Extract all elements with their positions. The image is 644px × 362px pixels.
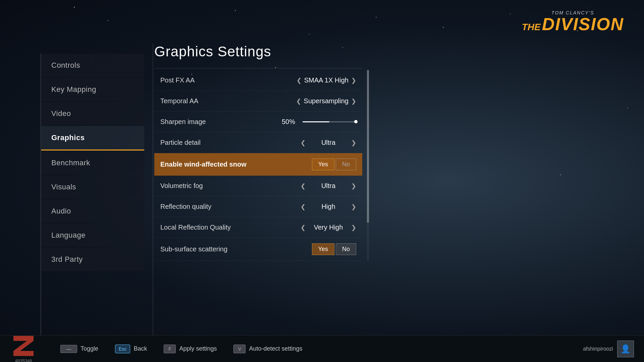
sub-surface-yes-button[interactable]: Yes [312, 243, 334, 255]
wind-snow-control[interactable]: Yes No [312, 159, 356, 170]
back-label: Back [133, 345, 147, 352]
setting-temporal-aa: Temporal AA ❮ Supersampling ❯ [154, 91, 362, 112]
sub-surface-no-button[interactable]: No [336, 243, 356, 255]
autodetect-label: Auto-detect settings [249, 345, 302, 352]
temporal-aa-value: Supersampling [304, 97, 348, 105]
sidebar-item-key-mapping[interactable]: Key Mapping [41, 78, 144, 101]
back-key: Esc [115, 345, 130, 353]
scroll-indicator [367, 70, 369, 261]
the-text: THE [522, 22, 541, 33]
page-title: Graphics Settings [154, 44, 362, 60]
sidebar-item-video[interactable]: Video [41, 102, 144, 125]
sharpen-image-control: 50% [282, 118, 356, 126]
sidebar-item-visuals[interactable]: Visuals [41, 175, 144, 199]
sidebar-item-controls[interactable]: Controls [41, 54, 144, 77]
toggle-label: Toggle [80, 345, 98, 352]
sidebar-item-3rd-party[interactable]: 3rd Party [41, 248, 144, 271]
z-logo-area: 4835348 [10, 334, 37, 362]
z-logo-icon [10, 334, 37, 358]
sidebar-item-audio[interactable]: Audio [41, 199, 144, 223]
sharpen-image-slider[interactable] [303, 121, 356, 122]
settings-list: Post FX AA ❮ SMAA 1X High ❯ Temporal AA … [154, 70, 362, 261]
volumetric-fog-label: Volumetric fog [160, 182, 301, 190]
reflection-quality-right-arrow[interactable]: ❯ [351, 203, 356, 210]
autodetect-key: V [233, 345, 246, 353]
reflection-quality-left-arrow[interactable]: ❮ [301, 203, 306, 210]
particle-detail-label: Particle detail [160, 139, 301, 146]
temporal-aa-label: Temporal AA [160, 97, 296, 105]
particle-detail-control[interactable]: ❮ Ultra ❯ [301, 139, 356, 146]
user-info: afshinpiroozi 👤 [583, 341, 634, 357]
setting-local-reflection-quality: Local Reflection Quality ❮ Very High ❯ [154, 217, 362, 238]
temporal-aa-right-arrow[interactable]: ❯ [351, 98, 356, 105]
reflection-quality-label: Reflection quality [160, 203, 301, 210]
sidebar-item-benchmark[interactable]: Benchmark [41, 151, 144, 175]
wind-snow-label: Enable wind-affected snow [160, 161, 312, 168]
local-reflection-quality-left-arrow[interactable]: ❮ [301, 224, 306, 231]
post-fx-aa-left-arrow[interactable]: ❮ [297, 77, 302, 84]
reflection-quality-control[interactable]: ❮ High ❯ [301, 203, 356, 210]
post-fx-aa-right-arrow[interactable]: ❯ [351, 77, 356, 84]
svg-marker-0 [13, 336, 34, 356]
sharpen-image-value: 50% [282, 118, 299, 126]
setting-post-fx-aa: Post FX AA ❮ SMAA 1X High ❯ [154, 70, 362, 91]
setting-sharpen-image: Sharpen image 50% [154, 112, 362, 132]
post-fx-aa-control[interactable]: ❮ SMAA 1X High ❯ [297, 76, 356, 84]
particle-detail-value: Ultra [308, 139, 348, 146]
sharpen-image-fill [303, 121, 329, 122]
bottom-bar: 4835348 — Toggle Esc Back F Apply settin… [0, 335, 644, 362]
local-reflection-quality-right-arrow[interactable]: ❯ [351, 224, 356, 231]
setting-reflection-quality: Reflection quality ❮ High ❯ [154, 196, 362, 217]
toggle-action[interactable]: — Toggle [60, 345, 98, 353]
content-panel: Graphics Settings Post FX AA ❮ SMAA 1X H… [154, 44, 362, 335]
sidebar-item-language[interactable]: Language [41, 224, 144, 247]
sidebar-item-graphics[interactable]: Graphics [41, 126, 144, 150]
setting-volumetric-fog: Volumetric fog ❮ Ultra ❯ [154, 176, 362, 196]
wind-snow-yes-button[interactable]: Yes [312, 159, 334, 170]
game-logo: TOM CLANCY'S THE DIVISION [522, 10, 624, 33]
main-container: Controls Key Mapping Video Graphics Benc… [40, 44, 644, 335]
temporal-aa-left-arrow[interactable]: ❮ [296, 98, 301, 105]
volumetric-fog-right-arrow[interactable]: ❯ [351, 182, 356, 190]
autodetect-action[interactable]: V Auto-detect settings [233, 345, 302, 353]
local-reflection-quality-value: Very High [308, 224, 348, 231]
particle-detail-left-arrow[interactable]: ❮ [301, 139, 306, 146]
local-reflection-quality-control[interactable]: ❮ Very High ❯ [301, 224, 356, 231]
username: afshinpiroozi [583, 346, 613, 352]
temporal-aa-control[interactable]: ❮ Supersampling ❯ [296, 97, 356, 105]
division-text: DIVISION [542, 15, 624, 33]
particle-detail-right-arrow[interactable]: ❯ [351, 139, 356, 146]
sharpen-image-label: Sharpen image [160, 118, 282, 126]
reflection-quality-value: High [308, 203, 348, 210]
apply-label: Apply settings [179, 345, 217, 352]
back-action[interactable]: Esc Back [115, 345, 147, 353]
bottom-actions: — Toggle Esc Back F Apply settings V Aut… [60, 345, 566, 353]
setting-sub-surface-scattering: Sub-surface scattering Yes No [154, 238, 362, 261]
post-fx-aa-label: Post FX AA [160, 76, 297, 84]
sidebar: Controls Key Mapping Video Graphics Benc… [40, 54, 144, 335]
sub-surface-scattering-label: Sub-surface scattering [160, 245, 312, 253]
local-reflection-quality-label: Local Reflection Quality [160, 224, 301, 231]
apply-key: F [164, 345, 176, 353]
volumetric-fog-left-arrow[interactable]: ❮ [301, 182, 306, 190]
sub-surface-scattering-control[interactable]: Yes No [312, 243, 356, 255]
toggle-key: — [60, 345, 77, 353]
post-fx-aa-value: SMAA 1X High [304, 76, 348, 84]
title-divider [154, 68, 362, 68]
setting-particle-detail: Particle detail ❮ Ultra ❯ [154, 132, 362, 153]
user-avatar: 👤 [617, 341, 634, 357]
apply-action[interactable]: F Apply settings [164, 345, 217, 353]
volumetric-fog-value: Ultra [308, 182, 348, 190]
setting-wind-snow: Enable wind-affected snow Yes No [154, 153, 362, 176]
wind-snow-no-button[interactable]: No [336, 159, 356, 170]
user-avatar-icon: 👤 [621, 344, 631, 354]
user-id: 4835348 [15, 358, 32, 362]
scroll-thumb[interactable] [367, 70, 369, 223]
sharpen-image-thumb [354, 120, 358, 123]
volumetric-fog-control[interactable]: ❮ Ultra ❯ [301, 182, 356, 190]
